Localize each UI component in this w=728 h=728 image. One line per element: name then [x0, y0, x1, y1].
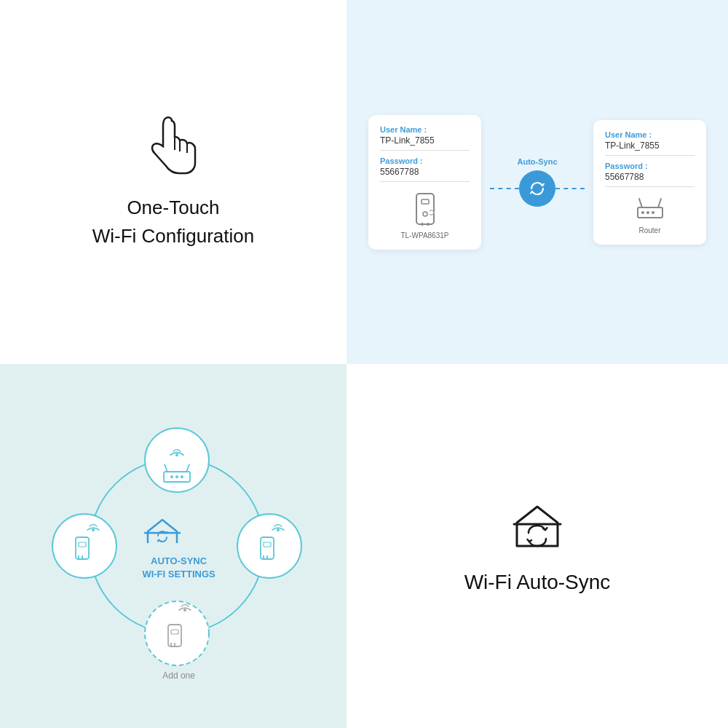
username-label-right: User Name : [605, 130, 695, 139]
sync-middle: Auto-Sync [490, 157, 585, 207]
hand-touch-icon [144, 114, 202, 179]
svg-point-19 [170, 475, 173, 478]
dotted-line-left [490, 188, 519, 189]
card-router: User Name : TP-Link_7855 Password : 5566… [593, 120, 706, 245]
svg-point-13 [652, 211, 654, 214]
svg-line-10 [658, 199, 661, 207]
diagram-svg [35, 400, 312, 692]
one-touch-title: One-Touch Wi-Fi Configuration [92, 194, 255, 250]
svg-point-28 [92, 529, 95, 531]
add-one-label: Add one [162, 668, 195, 681]
autosync-diagram: User Name : TP-Link_7855 Password : 5566… [368, 115, 706, 250]
quadrant-autosync-diagram: AUTO-SYNC WI-FI SETTINGS Add one [0, 364, 347, 728]
quadrant-autosync-cards: User Name : TP-Link_7855 Password : 5566… [347, 0, 728, 364]
svg-point-12 [646, 211, 649, 214]
username-value-left: TP-Link_7855 [380, 135, 470, 151]
svg-point-22 [175, 454, 178, 456]
wifi-autosync-icon [508, 498, 566, 556]
svg-rect-3 [416, 194, 434, 224]
card-device-adapter: User Name : TP-Link_7855 Password : 5566… [368, 115, 481, 250]
password-label-right: Password : [605, 162, 695, 170]
password-label-left: Password : [380, 157, 470, 165]
svg-point-11 [641, 211, 644, 214]
network-diagram: AUTO-SYNC WI-FI SETTINGS Add one [35, 400, 312, 692]
svg-point-23 [52, 514, 116, 578]
svg-point-21 [181, 475, 183, 478]
username-value-right: TP-Link_7855 [605, 141, 695, 156]
device-label-right: Router [638, 226, 660, 234]
adapter-device-icon: TL-WPA8631P [380, 189, 470, 240]
autosync-label: Auto-Sync [518, 157, 558, 166]
svg-line-9 [639, 199, 642, 207]
svg-point-40 [183, 609, 186, 612]
quadrant-wifi-autosync: Wi-Fi Auto-Sync [347, 364, 728, 728]
svg-point-5 [423, 212, 427, 216]
autosync-center-text: AUTO-SYNC WI-FI SETTINGS [142, 555, 215, 581]
svg-rect-4 [422, 199, 429, 204]
dotted-line-right [555, 188, 585, 189]
device-label-left: TL-WPA8631P [401, 232, 449, 240]
username-label-left: User Name : [380, 125, 470, 134]
wifi-autosync-title: Wi-Fi Auto-Sync [464, 571, 611, 594]
password-value-left: 55667788 [380, 167, 470, 182]
svg-point-34 [277, 529, 280, 531]
svg-point-20 [175, 475, 178, 478]
router-device-icon: Router [605, 194, 695, 234]
svg-point-29 [237, 514, 301, 578]
svg-point-35 [145, 601, 209, 665]
password-value-right: 55667788 [605, 172, 695, 187]
quadrant-one-touch: One-Touch Wi-Fi Configuration [0, 0, 347, 364]
sync-circle-icon [519, 170, 555, 207]
